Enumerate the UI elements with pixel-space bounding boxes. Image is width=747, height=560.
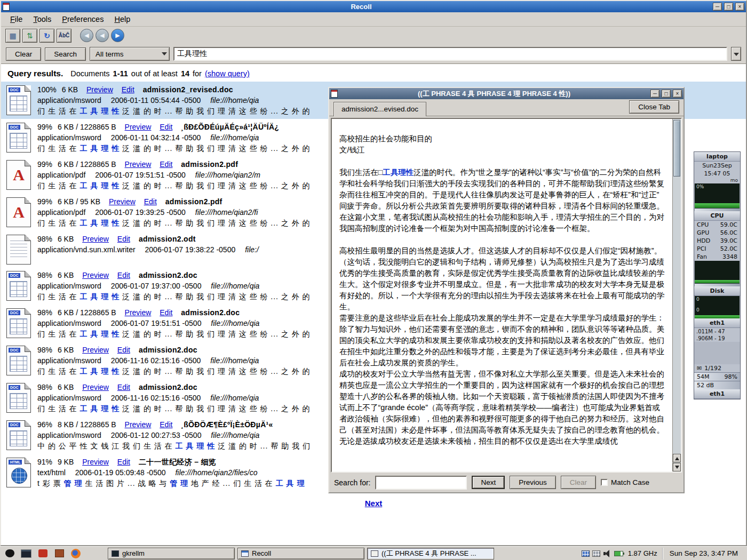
taskbar-window-label: Recoll: [252, 549, 271, 557]
preview-link[interactable]: Preview: [125, 308, 152, 317]
preview-titlebar[interactable]: ((工 PHRASE 4 具 PHRASE 4 理 PHRASE 4 性)) ─…: [329, 88, 684, 99]
search-mode-value: All terms: [96, 50, 156, 58]
edit-link[interactable]: Edit: [117, 458, 130, 466]
package-launcher[interactable]: [52, 548, 66, 559]
next-page-link[interactable]: Next: [365, 499, 383, 508]
window-titlebar[interactable]: Recoll ─ □ ×: [1, 1, 746, 12]
edit-link[interactable]: Edit: [117, 346, 130, 354]
find-input[interactable]: [375, 476, 467, 490]
app-launcher[interactable]: [36, 548, 50, 559]
taskbar-window-recoll[interactable]: Recoll: [237, 548, 364, 559]
volume-icon[interactable]: [603, 550, 611, 557]
preview-link[interactable]: Preview: [109, 197, 136, 206]
recoll-app-icon: [3, 3, 10, 11]
preview-document-text[interactable]: 高校招生的社会功能和目的 文/钱江 我们生活在□工具理性泛滥的时代。作为“世之显…: [332, 119, 672, 471]
match-case-checkbox[interactable]: [601, 479, 608, 486]
preview-link[interactable]: Preview: [125, 123, 152, 131]
search-mode-select[interactable]: All terms: [90, 47, 170, 61]
update-index-button[interactable]: ↻: [39, 29, 54, 43]
maximize-icon[interactable]: □: [662, 90, 671, 98]
preview-link[interactable]: Preview: [125, 160, 152, 169]
menu-file[interactable]: File: [5, 13, 27, 25]
paw-launcher[interactable]: [3, 548, 17, 559]
find-previous-button[interactable]: Previous: [510, 476, 556, 489]
terminal-launcher[interactable]: [19, 548, 33, 559]
workspace-grid-icon[interactable]: [592, 550, 600, 557]
result-mime: application/msword: [37, 394, 101, 402]
gkrellm-bottom-label: eth1: [694, 389, 740, 399]
preview-scrollbar[interactable]: [672, 119, 681, 471]
net-stat-row: .906M - 19: [694, 335, 740, 342]
menu-help[interactable]: Help: [109, 13, 135, 25]
preview-link[interactable]: Preview: [82, 346, 109, 354]
result-date: 2006-01-12 00:27:53 -0500: [111, 431, 202, 439]
result-snippet: 中 的 公 平 性 文 钱 江 我 们 生 活 在 工 具 理 性 泛 滥 的 …: [37, 441, 311, 451]
taskbar-window-gkrellm[interactable]: gkrellm: [108, 548, 235, 559]
preview-link[interactable]: Preview: [82, 271, 109, 279]
edit-link[interactable]: Edit: [160, 160, 172, 169]
taskbar-clock[interactable]: Sun Sep 23, 3:47 PM: [662, 548, 744, 559]
sensor-value: 59.0C: [720, 221, 737, 228]
clear-button[interactable]: Clear: [6, 47, 41, 61]
result-score: 98%: [37, 346, 52, 354]
close-icon[interactable]: ×: [735, 3, 744, 11]
preview-tab[interactable]: admission2...evised.doc: [333, 102, 426, 116]
query-input[interactable]: [173, 47, 727, 61]
scroll-down-button[interactable]: [673, 463, 681, 471]
scroll-up-button[interactable]: [673, 454, 681, 462]
battery-icon[interactable]: [614, 551, 623, 556]
edit-link[interactable]: Edit: [160, 420, 172, 429]
edit-link[interactable]: Edit: [144, 197, 157, 206]
edit-link[interactable]: Edit: [122, 85, 134, 94]
result-url: file:///home/qian2/m: [195, 171, 260, 179]
find-clear-button[interactable]: Clear: [561, 476, 596, 489]
nav-next-page-button[interactable]: ▶: [111, 29, 124, 42]
find-next-button[interactable]: Next: [472, 476, 505, 489]
menu-preferences[interactable]: Preferences: [57, 13, 108, 25]
arrow-right-icon: ▶: [115, 32, 120, 39]
firefox-launcher[interactable]: [69, 548, 83, 559]
edit-link[interactable]: Edit: [117, 271, 130, 279]
edit-link[interactable]: Edit: [117, 383, 130, 391]
file-icon-art: [10, 241, 27, 260]
search-button[interactable]: Search: [45, 47, 86, 61]
menu-tools[interactable]: Tools: [28, 13, 56, 25]
edit-link[interactable]: Edit: [117, 235, 130, 243]
disk-section-label: Disk: [694, 286, 740, 296]
sort-button[interactable]: ⇅: [22, 29, 37, 43]
keyboard-layout-icon[interactable]: [582, 550, 590, 557]
preview-link[interactable]: Preview: [82, 458, 109, 466]
doc-file-icon: [6, 271, 31, 301]
edit-link[interactable]: Edit: [160, 123, 172, 131]
temp-row: CPU 59.0C: [694, 221, 740, 229]
minimize-icon[interactable]: ─: [713, 3, 722, 11]
term-explorer-button[interactable]: ÂbĈ: [57, 29, 71, 43]
results-header-text: Documents: [70, 69, 109, 78]
preview-link[interactable]: Preview: [82, 235, 109, 243]
minimize-icon[interactable]: ─: [650, 90, 659, 98]
edit-link[interactable]: Edit: [160, 308, 172, 317]
package-icon: [55, 549, 64, 557]
show-query-link[interactable]: (show query): [205, 69, 250, 78]
preview-link[interactable]: Preview: [86, 85, 113, 94]
clear-search-button[interactable]: ▦: [5, 29, 20, 43]
maximize-icon[interactable]: □: [724, 3, 733, 11]
taskbar-window-preview[interactable]: ((工 PHRASE 4 具 PHRASE ...: [367, 548, 494, 559]
result-size: 6 KB: [58, 271, 74, 279]
close-icon[interactable]: ×: [673, 90, 682, 98]
result-size: 6 KB: [62, 85, 78, 94]
nav-prev-page-button[interactable]: ◀: [96, 29, 109, 42]
result-size: 8 KB / 1228865 B: [58, 420, 116, 429]
query-history-dropdown[interactable]: [731, 47, 741, 61]
preview-tab-bar: admission2...evised.doc Close Tab: [329, 99, 684, 116]
preview-link[interactable]: Preview: [82, 383, 109, 391]
sensor-name: GPU: [697, 229, 709, 236]
nav-first-page-button[interactable]: ◀: [80, 29, 93, 42]
fan-value: 3348: [722, 253, 737, 260]
net-stat-row: .011M - 47: [694, 328, 740, 335]
close-tab-button[interactable]: Close Tab: [629, 100, 679, 114]
arrow-left-icon: ◀: [84, 32, 89, 39]
results-range: 1-11: [113, 69, 128, 78]
scrollbar-thumb[interactable]: [673, 120, 680, 177]
preview-link[interactable]: Preview: [125, 420, 152, 429]
